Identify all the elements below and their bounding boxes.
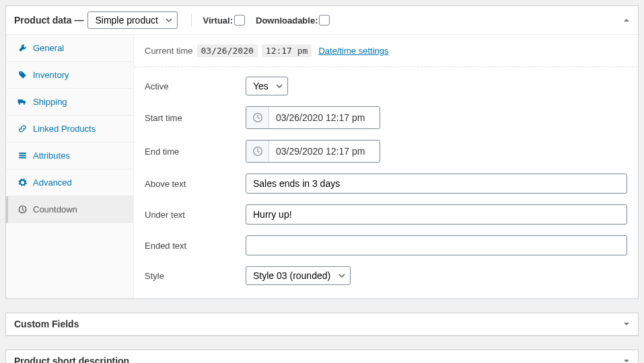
collapse-panel-toggle[interactable] [623,358,630,363]
start-time-label: Start time [145,113,246,123]
end-time-input[interactable]: 03/29/2020 12:17 pm [246,140,380,163]
tab-countdown[interactable]: Countdown [6,196,133,223]
ended-text-label: Ended text [145,241,246,251]
under-text-label: Under text [145,210,246,220]
tab-linked-products[interactable]: Linked Products [6,116,133,143]
clock-icon [246,107,269,128]
countdown-form: Current time 03/26/2020 12:17 pm Date/ti… [134,35,638,298]
short-description-header[interactable]: Product short description [6,350,638,363]
wrench-icon [17,44,27,52]
collapse-panel-toggle[interactable] [623,17,630,24]
tab-advanced[interactable]: Advanced [6,169,133,196]
style-label: Style [145,271,246,281]
tab-inventory[interactable]: Inventory [6,62,133,89]
under-text-input[interactable] [246,204,627,225]
virtual-checkbox[interactable] [234,15,245,26]
tab-shipping[interactable]: Shipping [6,89,133,116]
start-time-value: 03/26/2020 12:17 pm [269,112,371,123]
custom-fields-title: Custom Fields [14,319,79,329]
current-time-value: 12:17 pm [262,44,312,57]
collapse-panel-toggle[interactable] [623,321,630,327]
downloadable-checkbox[interactable] [319,15,330,26]
product-data-body: General Inventory Shipping Linked Produc… [6,35,638,298]
above-text-input[interactable] [246,173,627,194]
style-select[interactable]: Style 03 (rounded) [246,266,351,285]
above-text-label: Above text [145,179,246,189]
gear-icon [17,178,27,187]
product-data-header: Product data — Simple product Virtual: D… [6,6,638,35]
end-time-label: End time [145,147,246,157]
current-time-row: Current time 03/26/2020 12:17 pm Date/ti… [134,35,638,67]
truck-icon [17,97,27,106]
product-data-tabs: General Inventory Shipping Linked Produc… [6,35,134,298]
clock-icon [17,205,27,214]
tab-general[interactable]: General [6,35,133,62]
tag-icon [17,71,27,79]
current-time-label: Current time [145,46,193,56]
downloadable-checkbox-label[interactable]: Downloadable: [256,15,330,26]
custom-fields-panel: Custom Fields [5,313,639,336]
tab-attributes[interactable]: Attributes [6,143,133,169]
list-icon [17,151,27,160]
end-time-value: 03/29/2020 12:17 pm [269,146,371,157]
clock-icon [246,140,269,162]
virtual-checkbox-label[interactable]: Virtual: [203,15,245,26]
short-description-title: Product short description [14,356,129,363]
active-select[interactable]: Yes [246,77,288,95]
current-date-value: 03/26/2020 [197,44,258,57]
link-icon [17,124,27,133]
product-data-panel: Product data — Simple product Virtual: D… [5,5,639,299]
short-description-panel: Product short description [5,350,639,363]
product-data-title: Product data — [14,15,83,26]
divider [191,13,192,27]
datetime-settings-link[interactable]: Date/time settings [318,46,388,56]
product-type-select[interactable]: Simple product [87,11,178,29]
active-label: Active [145,81,246,91]
ended-text-input[interactable] [246,235,627,255]
custom-fields-header[interactable]: Custom Fields [6,313,638,335]
start-time-input[interactable]: 03/26/2020 12:17 pm [246,106,380,129]
